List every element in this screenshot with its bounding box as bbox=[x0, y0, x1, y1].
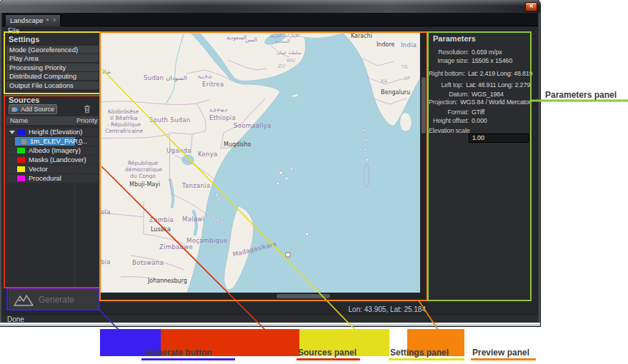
source-label: Albedo (Imagery) bbox=[29, 146, 81, 155]
priority-value[interactable]: 0 bbox=[79, 137, 82, 146]
map-label: du Congo bbox=[130, 173, 156, 179]
modified-indicator: * bbox=[46, 16, 49, 24]
map-label: Bengaluru bbox=[381, 89, 410, 96]
source-row-masks[interactable]: Masks (Landcover) bbox=[6, 156, 99, 164]
map-label: Soomaaliya bbox=[234, 122, 271, 129]
window-frame-left bbox=[0, 13, 2, 323]
tab-close-icon[interactable]: x bbox=[53, 16, 56, 23]
horizontal-scrollbar-thumb[interactable] bbox=[276, 294, 330, 298]
preview-map[interactable]: Sudan السودانSouth SudanኤርትራEritreaኢትዮጵያ… bbox=[101, 33, 427, 300]
tab-landscape[interactable]: Landscape * x bbox=[5, 14, 61, 26]
column-name[interactable]: Name bbox=[10, 116, 28, 125]
param-left-top: Left top: Lat: 48.911 Long: 2.279 bbox=[429, 81, 530, 89]
cursor-coordinates: Lon: 43.905, Lat: 25.184 bbox=[300, 305, 426, 313]
param-value: Lat: 2.419 Long: 48.819 bbox=[468, 70, 533, 77]
param-value: 0.659 m/px bbox=[472, 49, 502, 56]
settings-item-distributed-computing[interactable]: Distributed Computing bbox=[6, 72, 99, 80]
map-label: tî Bêafrîka bbox=[110, 115, 137, 121]
source-row-albedo[interactable]: Albedo (Imagery) bbox=[6, 146, 99, 155]
param-label: Height offset: bbox=[429, 117, 469, 124]
source-row-elev-file[interactable]: 1m_ELEV_PAR_... 0 bbox=[6, 137, 99, 146]
map-label: ኢትዮጵያ bbox=[209, 107, 228, 114]
add-layer-icon bbox=[11, 106, 19, 113]
app-window: ✕ Landscape * x File Settings Mode (Geor… bbox=[0, 0, 540, 326]
param-label: Image size: bbox=[429, 57, 469, 64]
map-label: Zambia bbox=[149, 216, 174, 223]
map-label: Kenya bbox=[198, 151, 218, 158]
add-source-label: Add Source bbox=[21, 105, 54, 113]
map-label: WU bbox=[286, 58, 295, 64]
map-labels-layer: Sudan السودانSouth SudanኤርትራEritreaኢትዮጵያ… bbox=[101, 33, 420, 293]
map-label: ኤርትራ bbox=[198, 74, 212, 81]
settings-items: Mode (Georeferenced) Play Area Processin… bbox=[6, 46, 99, 90]
settings-panel: Settings Mode (Georeferenced) Play Area … bbox=[6, 34, 99, 93]
settings-item-play-area[interactable]: Play Area bbox=[6, 54, 99, 62]
expander-icon[interactable] bbox=[9, 131, 15, 134]
map-label: Tanzania bbox=[182, 182, 210, 189]
legend-underline-sources bbox=[296, 358, 360, 360]
map-label: bia bbox=[101, 258, 111, 266]
map-label: - République bbox=[107, 121, 141, 128]
map-label: Muqdisho bbox=[224, 141, 251, 148]
map-label: Karachi bbox=[351, 33, 372, 39]
param-height-offset: Height offset: 0.000 bbox=[429, 117, 530, 124]
generate-button[interactable]: Generate bbox=[9, 290, 99, 309]
scrollbar-corner bbox=[420, 293, 427, 300]
map-label: ola bbox=[101, 208, 111, 216]
param-label: Projection: bbox=[429, 98, 457, 106]
legend-label-settings: Settings panel bbox=[390, 348, 449, 358]
param-projection: Projection: WGS 84 / World Mercator bbox=[429, 98, 530, 106]
map-horizontal-scrollbar[interactable] bbox=[101, 293, 420, 300]
map-label: سلطنة عمان bbox=[276, 50, 301, 56]
map-label: Ködörösêse bbox=[108, 108, 139, 115]
map-label: TG bbox=[401, 64, 408, 70]
map-label: السعودية bbox=[226, 34, 246, 41]
parameters-header: Parameters bbox=[433, 34, 476, 43]
source-row-vector[interactable]: Vector bbox=[6, 165, 99, 173]
add-source-button[interactable]: Add Source bbox=[9, 104, 57, 114]
window-frame-right bbox=[538, 13, 540, 323]
raster-layer-icon bbox=[21, 138, 27, 145]
sources-column-header[interactable]: Name Priority bbox=[6, 116, 99, 125]
param-value: Lat: 48.911 Long: 2.279 bbox=[466, 81, 530, 89]
legend-label-parameters: Parameters panel bbox=[545, 90, 617, 100]
tab-bar: Landscape * x bbox=[0, 13, 540, 26]
param-label: Datum: bbox=[429, 91, 469, 98]
param-image-size: Image size: 15505 x 15460 bbox=[429, 57, 530, 64]
map-label: Mbuji-Mayi bbox=[129, 181, 160, 188]
map-label: Madagasikara bbox=[232, 241, 277, 258]
elevation-scale-input[interactable]: 1.00 bbox=[469, 133, 529, 143]
settings-item-mode[interactable]: Mode (Georeferenced) bbox=[6, 46, 99, 54]
tab-title: Landscape bbox=[10, 16, 43, 24]
map-label: اليمن bbox=[245, 36, 257, 43]
map-label: Eritrea bbox=[202, 81, 224, 88]
map-label: Indore bbox=[377, 41, 394, 48]
annotated-screenshot: ✕ Landscape * x File Settings Mode (Geor… bbox=[0, 0, 628, 364]
delete-source-icon[interactable] bbox=[83, 104, 91, 113]
param-format: Format: GTiff bbox=[429, 108, 530, 116]
map-label: AP bbox=[404, 76, 410, 81]
param-value: WGS_1984 bbox=[472, 91, 504, 98]
sources-header: Sources bbox=[9, 96, 39, 104]
vector-color-chip bbox=[17, 166, 25, 172]
settings-item-output-file-locations[interactable]: Output File Locations bbox=[6, 81, 99, 89]
map-label: المتحدة bbox=[275, 39, 290, 44]
source-row-procedural[interactable]: Procedural bbox=[6, 174, 99, 183]
legend-label-generate: Generate button bbox=[146, 348, 212, 358]
map-label: India bbox=[401, 41, 417, 49]
vertical-scrollbar-thumb[interactable] bbox=[422, 77, 426, 133]
window-frame-bottom bbox=[0, 323, 540, 326]
legend-label-preview: Preview panel bbox=[472, 348, 529, 358]
map-label: Malawi bbox=[182, 216, 204, 223]
settings-item-processing-priority[interactable]: Processing Priority bbox=[6, 64, 99, 71]
source-label: Masks (Landcover) bbox=[29, 156, 86, 164]
param-label: Left top: bbox=[429, 81, 463, 89]
window-close-button[interactable]: ✕ bbox=[525, 2, 537, 11]
map-vertical-scrollbar[interactable] bbox=[420, 33, 427, 293]
source-row-height[interactable]: Height (Elevation) bbox=[6, 128, 99, 136]
map-canvas[interactable]: Sudan السودانSouth SudanኤርትራEritreaኢትዮጵያ… bbox=[101, 33, 420, 293]
param-value: 0.000 bbox=[472, 117, 487, 124]
column-priority[interactable]: Priority bbox=[76, 116, 98, 125]
window-titlebar[interactable]: ✕ bbox=[0, 0, 540, 13]
map-label: Sudan السودان bbox=[144, 74, 187, 81]
